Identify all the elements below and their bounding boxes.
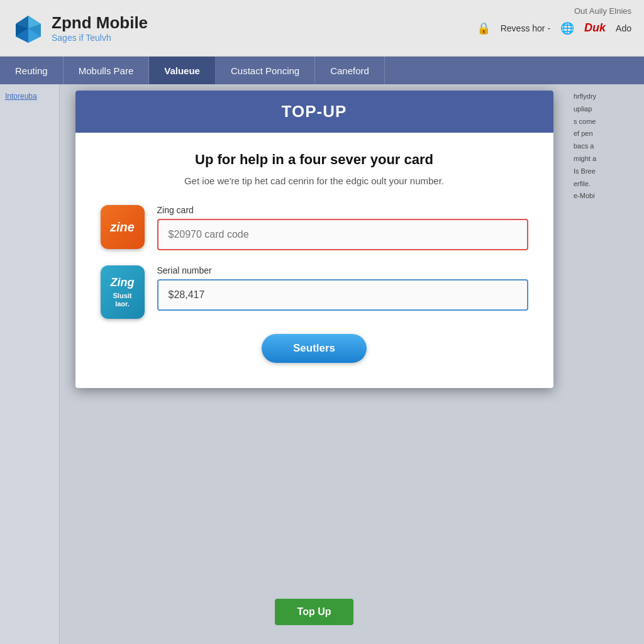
- serial-number-input[interactable]: [157, 279, 528, 311]
- submit-button[interactable]: Seutlers: [262, 334, 367, 363]
- right-sidebar-text: hrflydry upliap s come ef pen bacs a mig…: [574, 91, 639, 203]
- nav-item-custact[interactable]: Custact Poncing: [216, 57, 315, 84]
- modal-header: TOP-UP: [75, 91, 553, 133]
- right-sidebar: hrflydry upliap s come ef pen bacs a mig…: [569, 84, 644, 644]
- modal-title: TOP-UP: [88, 102, 541, 121]
- modal-overlay: TOP-UP Up for help in a four sever your …: [60, 84, 569, 644]
- zing-card-section: zine Zing card: [101, 205, 528, 250]
- nav-bar: Reuting Mobulls Pare Valueue Custact Pon…: [0, 57, 644, 84]
- nav-item-caneford[interactable]: Caneford: [315, 57, 385, 84]
- serial-field-group: Serial number: [157, 265, 528, 311]
- globe-icon: 🌐: [560, 21, 574, 35]
- lock-icon: 🔒: [477, 21, 491, 35]
- top-up-modal: TOP-UP Up for help in a four sever your …: [75, 91, 553, 388]
- duk-label[interactable]: Duk: [584, 21, 606, 35]
- zing-card-icon: zine: [101, 205, 145, 249]
- modal-subtitle: Get ioe we're tip het cad cenrin for the…: [101, 175, 528, 186]
- ado-label[interactable]: Ado: [616, 23, 631, 33]
- header-left: Zpnd Mobile Sages if Teulvh: [13, 13, 148, 44]
- page-content: Intoreuba TOP-UP Up for help in a four s…: [0, 84, 644, 644]
- sidebar: Intoreuba: [0, 84, 60, 644]
- serial-number-label: Serial number: [157, 265, 528, 275]
- header: Zpnd Mobile Sages if Teulvh Out Auily El…: [0, 0, 644, 57]
- modal-body: Up for help in a four sever your card Ge…: [75, 133, 553, 388]
- logo-text: Zpnd Mobile Sages if Teulvh: [52, 13, 148, 43]
- modal-main-title: Up for help in a four sever your card: [101, 152, 528, 168]
- logo-subtitle: Sages if Teulvh: [52, 33, 148, 43]
- sidebar-link[interactable]: Intoreuba: [5, 92, 37, 101]
- revess-link[interactable]: Revess hor -: [501, 23, 550, 33]
- header-right: Out Auily Elnies 🔒 Revess hor - 🌐 Duk Ad…: [477, 21, 631, 35]
- zing-card-field-group: Zing card: [157, 205, 528, 250]
- nav-item-valueue[interactable]: Valueue: [149, 57, 216, 84]
- header-top-right: Out Auily Elnies: [574, 6, 631, 16]
- serial-number-section: Zing Slusit laor. Serial number: [101, 265, 528, 319]
- main-area: TOP-UP Up for help in a four sever your …: [60, 84, 569, 644]
- logo-icon: [13, 13, 44, 44]
- logo-title: Zpnd Mobile: [52, 13, 148, 33]
- nav-item-reuting[interactable]: Reuting: [0, 57, 64, 84]
- zing-card-label: Zing card: [157, 205, 528, 215]
- nav-item-mobulls[interactable]: Mobulls Pare: [64, 57, 150, 84]
- zing-card-input[interactable]: [157, 219, 528, 250]
- blue-card-icon: Zing Slusit laor.: [101, 265, 145, 319]
